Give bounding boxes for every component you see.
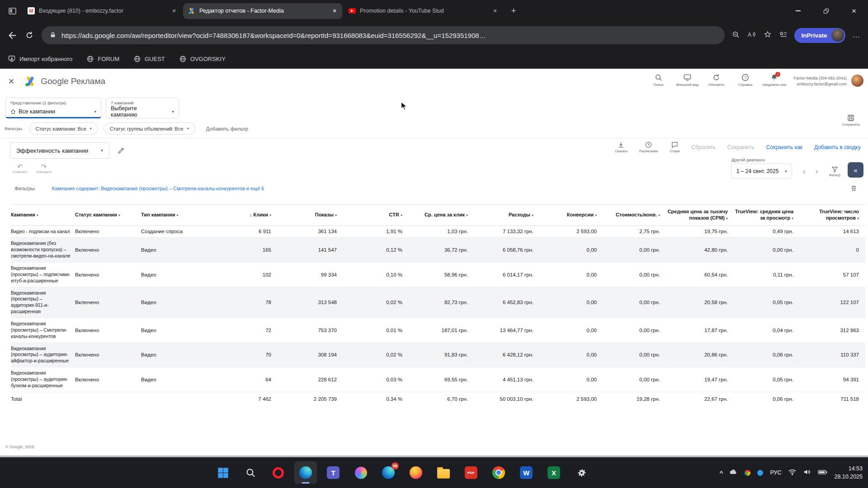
site-info-lock-icon[interactable]: [50, 32, 56, 39]
campaign-row[interactable]: Видеокампания (без возможности пропуска)…: [11, 238, 865, 263]
reset-link[interactable]: Сбросить: [691, 144, 715, 150]
delete-filter-button[interactable]: [850, 185, 857, 193]
excel-icon[interactable]: X: [542, 461, 565, 484]
back-button[interactable]: [7, 31, 17, 40]
collapse-panel-button[interactable]: «: [848, 162, 863, 178]
save-as-link[interactable]: Сохранить как: [766, 144, 802, 150]
edge-icon[interactable]: [294, 461, 317, 484]
column-header-clicks[interactable]: ↓ Клики▾: [201, 205, 278, 226]
wifi-icon[interactable]: [788, 469, 797, 477]
column-header-avg_cpm[interactable]: Средняя цена за тысячу показов (CPM)▾: [666, 205, 734, 226]
edit-pencil-icon[interactable]: [118, 147, 125, 154]
tab-actions-menu-icon[interactable]: [5, 3, 20, 19]
bookmark-import-favorites[interactable]: Импорт избранного: [8, 55, 72, 62]
pdf-app-icon[interactable]: PDF: [460, 461, 482, 484]
word-icon[interactable]: W: [515, 461, 538, 484]
hidden-icons-chevron[interactable]: ^: [720, 469, 723, 476]
column-header-conversions[interactable]: Конверсии▾: [540, 205, 603, 226]
new-tab-button[interactable]: +: [507, 4, 520, 18]
firefox-icon[interactable]: [405, 461, 427, 484]
column-header-campaign[interactable]: Кампания▾: [11, 205, 75, 226]
tab-close-icon[interactable]: ✕: [330, 7, 339, 15]
tray-app-icon[interactable]: [757, 470, 763, 476]
zoom-icon[interactable]: [732, 31, 740, 40]
tray-cloud-icon[interactable]: [730, 469, 738, 477]
column-header-trueview_avg_cpv[interactable]: TrueView: средняя цена за просмотр▾: [734, 205, 800, 226]
battery-icon[interactable]: [818, 469, 827, 477]
campaign-row[interactable]: Видео - подписки на каналВключеноСоздани…: [11, 225, 865, 238]
notifications-action[interactable]: ! Уведомле-ния: [761, 72, 787, 87]
table-filter-button[interactable]: Фильтр: [829, 166, 840, 177]
download-button[interactable]: Скачать: [615, 141, 627, 153]
undo-button[interactable]: ↶ Отменить: [13, 163, 27, 174]
refresh-button[interactable]: [24, 31, 34, 39]
start-button[interactable]: [212, 461, 234, 484]
tray-browser-icon[interactable]: [745, 470, 750, 476]
filter-condition-link[interactable]: Кампания содержит: Видеокампания (просмо…: [52, 186, 264, 191]
add-to-summary-link[interactable]: Добавить в сводку: [814, 144, 861, 150]
language-indicator[interactable]: РУС: [770, 469, 781, 476]
account-avatar[interactable]: [851, 75, 863, 87]
address-bar[interactable]: https://ads.google.com/aw/reporteditor/v…: [42, 26, 725, 44]
volume-icon[interactable]: [803, 469, 811, 477]
settings-icon[interactable]: [570, 461, 593, 484]
add-filter-button[interactable]: Добавить фильтр: [206, 126, 248, 131]
read-aloud-icon[interactable]: A: [748, 31, 756, 40]
opera-icon[interactable]: [267, 461, 289, 484]
inprivate-badge[interactable]: InPrivate: [794, 28, 845, 43]
feedback-button[interactable]: Отзыв: [670, 141, 679, 153]
campaign-row[interactable]: Видеокампания (просмотры) – Смотрели-кан…: [11, 318, 865, 343]
help-action[interactable]: ? Справка: [732, 72, 758, 87]
column-header-avg_cpc[interactable]: Ср. цена за клик▾: [409, 205, 474, 226]
tab-gmail[interactable]: M Входящие (810) - embozzy.factor ✕: [23, 3, 182, 19]
appearance-action[interactable]: Внешний вид: [674, 72, 700, 87]
campaign-selector[interactable]: 7 кампаний Выберите кампанию ▾: [106, 98, 179, 118]
browser-menu-icon[interactable]: …: [853, 31, 861, 40]
prev-range-button[interactable]: ‹: [803, 167, 806, 175]
column-header-cost[interactable]: Расходы▾: [474, 205, 540, 226]
column-header-status[interactable]: Статус кампании▾: [75, 205, 141, 226]
column-header-trueview_views[interactable]: TrueView: число просмотров▾: [800, 205, 865, 226]
edge-notification-icon[interactable]: 06: [377, 461, 400, 484]
column-header-type[interactable]: Тип кампании▾: [141, 205, 201, 226]
tab-close-icon[interactable]: ✕: [491, 7, 499, 15]
refresh-action[interactable]: Обновить: [703, 72, 729, 87]
column-header-cost_per_conv[interactable]: Стоимость/конв.▾: [603, 205, 666, 226]
chip-adgroup-status[interactable]: Статус группы объявлений: Все ▾: [104, 122, 195, 135]
close-app-icon[interactable]: ✕: [8, 77, 14, 86]
search-action[interactable]: Поиск: [645, 72, 671, 87]
date-range-dropdown[interactable]: 1 – 24 сент. 2025 ▾: [731, 164, 792, 178]
save-link[interactable]: Сохранить: [727, 144, 755, 150]
copilot-icon[interactable]: [349, 461, 372, 484]
tab-youtube-studio[interactable]: Promotion details - YouTube Stud ✕: [344, 3, 503, 19]
profile-avatar[interactable]: [831, 29, 844, 42]
teams-icon[interactable]: T: [322, 461, 344, 484]
chip-campaign-status[interactable]: Статус кампании: Все ▾: [29, 122, 98, 135]
column-header-impressions[interactable]: Показы▾: [278, 205, 343, 226]
close-window-button[interactable]: ✕: [840, 0, 868, 22]
bookmark-ovgorskiy[interactable]: OVGORSKIY: [179, 56, 226, 62]
report-title-dropdown[interactable]: Эффективность кампании ▾: [10, 142, 109, 159]
view-selector[interactable]: Представление (2 фильтра) Все кампании ▾: [5, 98, 101, 118]
campaign-row[interactable]: Видеокампания (просмотры) – подписчики-ю…: [11, 262, 865, 287]
next-range-button[interactable]: ›: [816, 167, 818, 175]
restore-button[interactable]: [812, 0, 840, 22]
column-header-ctr[interactable]: CTR▾: [343, 205, 409, 226]
favorites-bar-icon[interactable]: [779, 31, 787, 40]
tab-close-icon[interactable]: ✕: [170, 7, 178, 15]
taskbar-search-button[interactable]: [239, 461, 262, 484]
save-report-button[interactable]: Сохранить: [842, 114, 860, 127]
file-explorer-icon[interactable]: [432, 461, 455, 484]
chrome-icon[interactable]: [487, 461, 510, 484]
campaign-row[interactable]: Видеокампания (просмотры) – аудитория-бу…: [11, 367, 865, 392]
bookmark-guest[interactable]: GUEST: [134, 56, 165, 62]
schedule-button[interactable]: Расписание: [639, 141, 658, 153]
favorite-star-icon[interactable]: [764, 31, 771, 40]
tab-report-editor[interactable]: Редактор отчетов - Factor-Media ✕: [183, 3, 342, 19]
campaign-row[interactable]: Видеокампания (просмотры) – аудитория-91…: [11, 287, 865, 318]
redo-button[interactable]: ↷ Повторить: [36, 163, 52, 174]
campaign-row[interactable]: Видеокампания (просмотры) – аудитория-ай…: [11, 343, 865, 367]
bookmark-forum[interactable]: FORUM: [87, 56, 119, 62]
minimize-button[interactable]: [784, 0, 812, 22]
taskbar-clock[interactable]: 14:53 28.10.2025: [834, 465, 863, 481]
